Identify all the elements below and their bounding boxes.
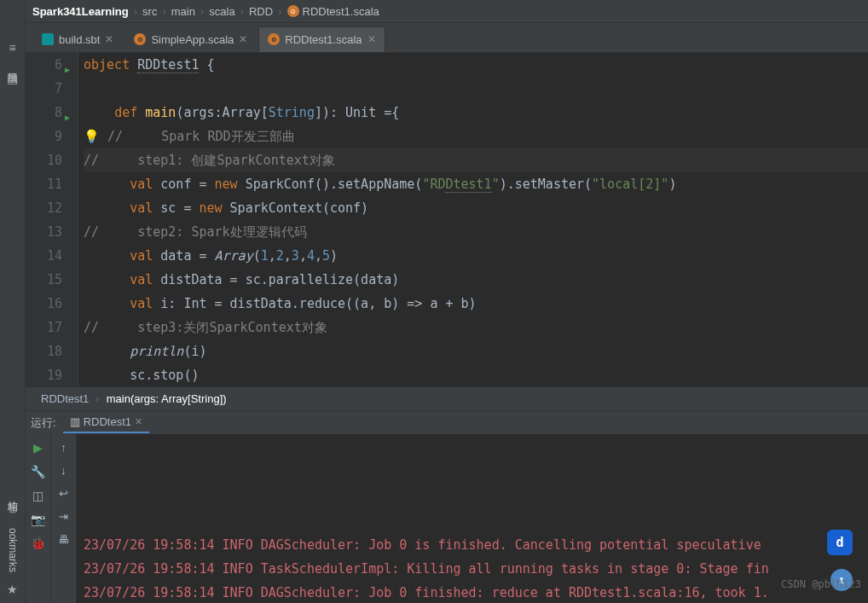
code-line[interactable]: println(i) xyxy=(84,339,868,363)
menu-icon[interactable]: ≡ xyxy=(9,41,15,55)
scope-method[interactable]: main(args: Array[String]) xyxy=(107,392,227,405)
tab-label: build.sbt xyxy=(59,33,100,46)
scope-class[interactable]: RDDtest1 xyxy=(41,392,89,405)
close-icon[interactable]: ✕ xyxy=(239,33,247,45)
code-line[interactable]: val distData = sc.parallelize(data) xyxy=(84,268,868,292)
close-icon[interactable]: ✕ xyxy=(367,33,376,45)
breadcrumb-item[interactable]: main xyxy=(171,5,195,18)
code-line[interactable] xyxy=(84,77,868,101)
close-icon[interactable]: ✕ xyxy=(105,33,113,45)
bug-icon[interactable]: 🐞 xyxy=(31,536,45,550)
assist-badge[interactable]: d xyxy=(827,530,853,555)
breadcrumb-file[interactable]: RDDtest1.scala xyxy=(303,5,379,18)
editor-tabs: build.sbt✕oSimpleApp.scala✕oRDDtest1.sca… xyxy=(26,23,868,53)
rerun-icon[interactable]: ▶ xyxy=(33,441,43,455)
code-line[interactable]: // step3:关闭SparkContext对象 xyxy=(84,316,868,339)
scope-breadcrumb[interactable]: RDDtest1 › main(args: Array[String]) xyxy=(26,386,868,410)
code-line[interactable]: // step1: 创建SparkContext对象 xyxy=(84,148,868,172)
code-area[interactable]: object RDDtest1 { def main(args:Array[St… xyxy=(78,53,868,386)
console-line[interactable]: 23/07/26 19:58:14 INFO DAGScheduler: Job… xyxy=(84,533,868,557)
bookmark-icon[interactable]: ★ xyxy=(7,583,18,596)
code-line[interactable]: sc.stop() xyxy=(84,363,868,386)
intention-bulb-icon[interactable]: 💡 xyxy=(84,129,100,144)
console-line[interactable]: 23/07/26 19:58:14 INFO DAGScheduler: Job… xyxy=(84,581,868,603)
scroll-end-icon[interactable]: ⇥ xyxy=(59,510,68,523)
console-line[interactable]: 23/07/26 19:58:14 INFO TaskSchedulerImpl… xyxy=(84,557,868,581)
breadcrumb-project[interactable]: Spark341Learning xyxy=(32,5,129,18)
console-output[interactable]: d ↥ 23/07/26 19:58:14 INFO DAGScheduler:… xyxy=(77,434,868,603)
up-arrow-icon[interactable]: ↑ xyxy=(61,441,67,454)
code-line[interactable]: 💡 // Spark RDD开发三部曲 xyxy=(84,125,868,148)
sbt-file-icon xyxy=(42,33,54,45)
gutter[interactable]: ▶67▶8910111213141516171819 xyxy=(26,53,78,386)
run-actions-secondary: ↑ ↓ ↩ ⇥ 🖶 xyxy=(51,434,77,603)
run-tab[interactable]: ▥ RDDtest1 ✕ xyxy=(63,412,149,433)
code-editor[interactable]: ▶67▶8910111213141516171819 object RDDtes… xyxy=(26,53,868,386)
code-line[interactable]: val sc = new SparkContext(conf) xyxy=(84,196,868,220)
editor-tab[interactable]: oRDDtest1.scala✕ xyxy=(258,26,385,52)
camera-icon[interactable]: 📷 xyxy=(31,513,45,526)
tab-label: SimpleApp.scala xyxy=(151,33,234,46)
run-toolbar: 运行: ▥ RDDtest1 ✕ xyxy=(26,410,868,434)
wrench-icon[interactable]: 🔧 xyxy=(31,465,45,478)
close-icon[interactable]: ✕ xyxy=(135,416,142,427)
run-gutter-icon[interactable]: ▶ xyxy=(65,58,70,82)
run-label: 运行: xyxy=(31,415,56,431)
tab-label: RDDtest1.scala xyxy=(285,33,362,46)
breadcrumb[interactable]: Spark341Learning › src› main› scala› RDD… xyxy=(26,0,868,23)
code-line[interactable]: val conf = new SparkConf().setAppName("R… xyxy=(84,172,868,196)
code-line[interactable]: val i: Int = distData.reduce((a, b) => a… xyxy=(84,292,868,316)
structure-icon[interactable]: ⌗ xyxy=(9,503,16,518)
down-arrow-icon[interactable]: ↓ xyxy=(61,464,67,477)
application-icon: ▥ xyxy=(70,415,80,428)
folder-icon[interactable]: ▤ xyxy=(7,72,18,85)
watermark: CSDN @pblh123 xyxy=(781,572,861,596)
breadcrumb-item[interactable]: scala xyxy=(209,5,234,18)
editor-tab[interactable]: oSimpleApp.scala✕ xyxy=(124,26,257,52)
code-line[interactable]: val data = Array(1,2,3,4,5) xyxy=(84,244,868,268)
scala-file-icon: o xyxy=(268,33,280,45)
run-actions: ▶ 🔧 ◫ 📷 🐞 xyxy=(26,434,51,603)
code-line[interactable]: // step2: Spark处理逻辑代码 xyxy=(84,220,868,244)
print-icon[interactable]: 🖶 xyxy=(58,533,69,546)
tool-window-bar[interactable]: ≡ 项目 ▤ 结构 ⌗ ookmarks ★ xyxy=(0,0,26,603)
scala-file-icon: o xyxy=(287,5,299,17)
editor-tab[interactable]: build.sbt✕ xyxy=(32,26,123,52)
layout-icon[interactable]: ◫ xyxy=(32,489,43,502)
breadcrumb-item[interactable]: src xyxy=(142,5,157,18)
sidebar-label-bookmarks[interactable]: ookmarks xyxy=(7,528,19,572)
run-tab-label: RDDtest1 xyxy=(84,415,131,428)
code-line[interactable]: def main(args:Array[String]): Unit ={ xyxy=(84,101,868,125)
code-line[interactable]: object RDDtest1 { xyxy=(84,53,868,77)
breadcrumb-item[interactable]: RDD xyxy=(249,5,273,18)
soft-wrap-icon[interactable]: ↩ xyxy=(59,487,68,500)
run-gutter-icon[interactable]: ▶ xyxy=(65,106,70,130)
run-panel: ▶ 🔧 ◫ 📷 🐞 ↑ ↓ ↩ ⇥ 🖶 d ↥ 23/07/26 19:58:1… xyxy=(26,434,868,603)
scala-file-icon: o xyxy=(134,33,146,45)
